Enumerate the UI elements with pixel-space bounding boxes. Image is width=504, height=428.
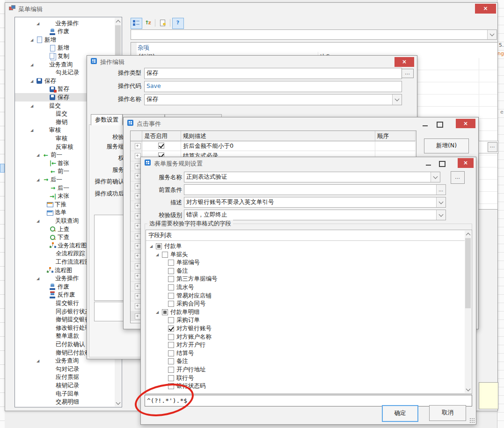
field-checklist-item[interactable]: 结算号 <box>146 349 472 357</box>
checkbox-icon[interactable] <box>168 375 174 381</box>
checkbox-icon[interactable] <box>168 276 174 282</box>
operation-titlebar[interactable]: 操作编辑 × <box>87 56 417 67</box>
tree-expander-icon[interactable]: ◢ <box>37 153 42 157</box>
column-enabled[interactable]: 是否启用 <box>142 131 181 141</box>
chevron-down-icon[interactable] <box>436 197 446 207</box>
field-checklist-item[interactable]: 第三方单据编号 <box>146 275 472 283</box>
scroll-up-icon[interactable] <box>115 18 121 25</box>
rule-order-cell[interactable] <box>375 141 416 151</box>
resize-grip[interactable] <box>469 418 475 423</box>
sort-az-icon[interactable]: ↑ <box>142 18 154 29</box>
tree-expander-icon[interactable]: ◢ <box>30 104 36 108</box>
service-name-combobox[interactable]: 正则表达式验证 <box>184 172 440 182</box>
field-checklist-item[interactable]: 单据编号 <box>146 259 472 267</box>
tree-expander-icon[interactable]: ◢ <box>30 128 36 132</box>
tree-expander-icon[interactable]: ◢ <box>156 253 162 257</box>
checkbox-icon[interactable] <box>168 367 174 373</box>
ellipsis-button[interactable]: … <box>436 185 446 195</box>
scroll-down-icon[interactable] <box>465 386 471 393</box>
checkbox-icon[interactable] <box>168 293 174 299</box>
field-checklist-item[interactable]: 备注 <box>146 267 472 275</box>
checkbox-checked-icon[interactable] <box>158 143 164 149</box>
operation-type-field[interactable]: 保存 <box>144 68 402 79</box>
property-category[interactable]: 杂项 <box>138 44 149 52</box>
operation-code-field[interactable]: Save <box>144 81 402 92</box>
checkbox-icon[interactable] <box>168 334 174 340</box>
field-checklist-item[interactable]: 备注 <box>146 357 472 365</box>
minimize-icon[interactable] <box>423 160 435 167</box>
field-checklist-item[interactable]: 对方银行账号 <box>146 325 472 333</box>
close-icon[interactable]: × <box>394 57 414 67</box>
checkbox-icon[interactable] <box>168 350 174 356</box>
maximize-icon[interactable] <box>433 120 446 128</box>
validation-level-combobox[interactable]: 错误，立即终止 <box>184 210 446 220</box>
precondition-field[interactable]: … <box>184 184 446 195</box>
chevron-down-icon[interactable] <box>431 172 440 182</box>
checkbox-icon[interactable] <box>168 268 174 274</box>
help-icon[interactable]: ? <box>172 18 184 29</box>
field-checklist[interactable]: 字段列表 ◢付款单◢单据头单据编号备注第三方单据编号流水号管易对应店铺采购合同号… <box>146 230 472 394</box>
tree-item[interactable]: 新增 <box>15 44 122 52</box>
tree-expander-icon[interactable]: ◢ <box>30 79 36 83</box>
rule-enabled-cell[interactable] <box>142 141 181 151</box>
checkbox-icon[interactable] <box>162 252 168 258</box>
ellipsis-button[interactable]: … <box>402 69 414 78</box>
close-icon[interactable]: × <box>475 4 496 14</box>
checkbox-icon[interactable] <box>168 342 174 348</box>
tree-item[interactable]: 应付票据 <box>15 373 122 382</box>
close-icon[interactable]: × <box>456 119 475 128</box>
checkbox-icon[interactable] <box>168 260 174 266</box>
tree-item[interactable]: ◢新增 <box>15 36 122 44</box>
tree-item[interactable]: ◢业务操作 <box>15 19 122 28</box>
column-description[interactable]: 规则描述 <box>181 131 375 141</box>
ok-button[interactable]: 确定 <box>382 405 418 422</box>
column-order[interactable]: 顺序 <box>375 131 416 141</box>
tree-item[interactable]: 交易明细 <box>15 398 122 406</box>
description-combobox[interactable]: 对方银行账号不要录入英文单引号 <box>184 197 446 208</box>
field-checklist-item[interactable]: 管易对应店铺 <box>146 292 472 300</box>
field-checklist-item[interactable]: 采购合同号 <box>146 300 472 308</box>
new-rule-button[interactable]: 新增(N) <box>424 138 469 153</box>
categorized-icon[interactable] <box>131 18 142 29</box>
operation-name-combobox[interactable]: 保存 <box>144 94 402 105</box>
tab-parameter-settings[interactable]: 参数设置 <box>91 114 123 125</box>
field-checklist-item[interactable]: 开户行地址 <box>146 366 472 374</box>
scroll-thumb[interactable] <box>465 238 471 308</box>
scroll-down-icon[interactable] <box>115 399 121 406</box>
checkbox-icon[interactable] <box>168 284 174 290</box>
checkbox-icon[interactable] <box>168 358 174 364</box>
field-checklist-item[interactable]: 对方账户名称 <box>146 333 472 341</box>
field-checklist-item[interactable]: ◢付款单明细 <box>146 308 472 316</box>
tree-expander-icon[interactable]: ◢ <box>37 276 42 281</box>
chevron-down-icon[interactable] <box>487 30 497 39</box>
scroll-up-icon[interactable] <box>465 231 471 238</box>
checkbox-indeterminate-icon[interactable] <box>156 243 162 249</box>
cancel-button[interactable]: 取消 <box>429 405 466 421</box>
field-checklist-item[interactable]: ◢付款单 <box>146 242 472 250</box>
chevron-down-icon[interactable] <box>392 94 402 105</box>
tree-expander-icon[interactable]: ◢ <box>30 38 36 42</box>
tree-item[interactable]: 作废 <box>15 28 122 36</box>
focused-property-cell[interactable]: … <box>478 141 498 153</box>
checkbox-icon[interactable] <box>168 317 174 323</box>
main-titlebar[interactable]: 菜单编辑 × <box>5 3 497 14</box>
tree-item[interactable]: 核销记录 <box>15 381 122 390</box>
close-icon[interactable]: × <box>458 158 474 168</box>
tree-expander-icon[interactable]: ◢ <box>30 63 36 67</box>
tree-expander-icon[interactable]: ◢ <box>37 359 42 363</box>
tree-expander-icon[interactable]: ◢ <box>37 219 42 223</box>
tree-item[interactable]: 勾对记录 <box>15 365 122 373</box>
ellipsis-button[interactable]: … <box>488 142 497 152</box>
property-filter-combobox[interactable] <box>131 29 497 40</box>
rule-titlebar[interactable]: 表单服务规则设置 × <box>141 157 476 168</box>
field-checklist-item[interactable]: 联行号 <box>146 374 472 382</box>
regex-input[interactable]: ^(?!.*').*$ <box>145 395 472 406</box>
maximize-icon[interactable] <box>436 160 448 167</box>
field-checklist-item[interactable]: ◢单据头 <box>146 251 472 259</box>
tree-expander-icon[interactable]: ◢ <box>37 178 42 182</box>
field-checklist-item[interactable]: 对方开户行 <box>146 341 472 349</box>
checkbox-indeterminate-icon[interactable] <box>162 309 168 315</box>
field-list-scrollbar[interactable] <box>465 231 471 393</box>
checkbox-checked-icon[interactable] <box>168 326 174 332</box>
tree-expander-icon[interactable]: ◢ <box>150 244 156 248</box>
